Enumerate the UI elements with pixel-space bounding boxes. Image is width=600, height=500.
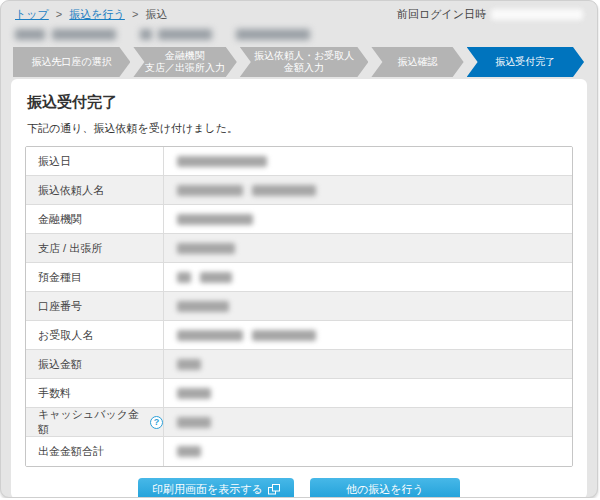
row-value-cell — [164, 437, 572, 466]
redacted-value — [177, 388, 211, 399]
table-row: 振込依頼人名 — [26, 176, 572, 205]
step-2: 金融機関支店／出張所入力 — [133, 47, 236, 77]
row-label: 手数料 — [38, 386, 71, 401]
redacted-value — [177, 446, 201, 457]
step-label: 振込受付完了 — [495, 56, 555, 68]
row-label-cell: キャッシュバック金額? — [26, 408, 164, 436]
print-view-button[interactable]: 印刷用画面を表示する — [138, 478, 294, 498]
table-row: 振込金額 — [26, 350, 572, 379]
redacted-value — [200, 272, 232, 283]
breadcrumb-link-top[interactable]: トップ — [15, 8, 49, 20]
row-label-cell: 振込金額 — [26, 350, 164, 378]
redacted-value — [177, 301, 229, 312]
row-label: お受取人名 — [38, 328, 93, 343]
redacted-value — [177, 214, 253, 225]
redacted-text — [158, 29, 212, 40]
row-label-cell: 預金種目 — [26, 263, 164, 291]
step-label: 振込確認 — [398, 56, 438, 68]
redacted-value — [177, 185, 243, 196]
redacted-value — [252, 185, 316, 196]
step-1: 振込先口座の選択 — [13, 47, 130, 77]
row-value-cell — [164, 205, 572, 233]
page-title: 振込受付完了 — [27, 93, 573, 112]
new-window-icon — [268, 484, 280, 495]
help-icon[interactable]: ? — [150, 416, 163, 429]
step-3: 振込依頼人・お受取人金額入力 — [240, 47, 369, 77]
last-login: 前回ログイン日時 — [397, 7, 583, 22]
table-row: 出金金額合計 — [26, 437, 572, 466]
row-label: 支店 / 出張所 — [38, 241, 102, 256]
row-label: 振込金額 — [38, 357, 82, 372]
row-label-cell: 出金金額合計 — [26, 437, 164, 466]
print-view-button-label: 印刷用画面を表示する — [152, 482, 263, 497]
last-login-label: 前回ログイン日時 — [397, 7, 486, 22]
redacted-text — [15, 29, 45, 40]
step-label: 金額入力 — [284, 62, 324, 74]
row-label-cell: 金融機関 — [26, 205, 164, 233]
row-label-cell: 振込依頼人名 — [26, 176, 164, 204]
row-label: 金融機関 — [38, 212, 82, 227]
breadcrumb-separator: > — [56, 8, 62, 20]
row-label: 出金金額合計 — [38, 444, 104, 459]
row-value-cell — [164, 147, 572, 175]
content-card: 振込受付完了 下記の通り、振込依頼を受け付けました。 振込日振込依頼人名金融機関… — [11, 79, 587, 498]
breadcrumb: トップ > 振込を行う > 振込 — [15, 7, 167, 22]
redacted-text — [52, 29, 116, 40]
table-row: 預金種目 — [26, 263, 572, 292]
redacted-value — [177, 359, 201, 370]
row-label: キャッシュバック金額 — [38, 407, 145, 437]
row-value-cell — [164, 263, 572, 291]
row-label-cell: 口座番号 — [26, 292, 164, 320]
row-label-cell: 支店 / 出張所 — [26, 234, 164, 262]
result-message: 下記の通り、振込依頼を受け付けました。 — [27, 121, 573, 136]
redacted-value — [177, 156, 267, 167]
table-row: 振込日 — [26, 147, 572, 176]
step-indicator: 振込先口座の選択金融機関支店／出張所入力振込依頼人・お受取人金額入力振込確認振込… — [13, 47, 587, 77]
redacted-text — [236, 29, 310, 40]
table-row: 口座番号 — [26, 292, 572, 321]
row-value-cell — [164, 408, 572, 436]
redacted-value — [177, 272, 191, 283]
redacted-value — [177, 417, 211, 428]
last-login-value-redacted — [491, 9, 583, 20]
table-row: 支店 / 出張所 — [26, 234, 572, 263]
breadcrumb-separator: > — [132, 8, 138, 20]
row-label: 振込日 — [38, 154, 71, 169]
row-value-cell — [164, 292, 572, 320]
step-label: 振込先口座の選択 — [32, 56, 112, 68]
row-label: 振込依頼人名 — [38, 183, 104, 198]
row-value-cell — [164, 379, 572, 407]
action-buttons: 印刷用画面を表示する 他の振込を行う — [25, 478, 573, 498]
row-label-cell: 振込日 — [26, 147, 164, 175]
row-label-cell: お受取人名 — [26, 321, 164, 349]
step-label: 支店／出張所入力 — [145, 62, 225, 74]
row-label: 口座番号 — [38, 299, 82, 314]
table-row: お受取人名 — [26, 321, 572, 350]
row-value-cell — [164, 176, 572, 204]
table-row: キャッシュバック金額? — [26, 408, 572, 437]
breadcrumb-current: 振込 — [145, 8, 167, 20]
redacted-value — [252, 330, 316, 341]
row-value-cell — [164, 234, 572, 262]
table-row: 金融機関 — [26, 205, 572, 234]
step-5: 振込受付完了 — [467, 47, 584, 77]
row-label-cell: 手数料 — [26, 379, 164, 407]
step-4: 振込確認 — [371, 47, 463, 77]
redacted-text — [140, 29, 152, 40]
breadcrumb-link-do-transfer[interactable]: 振込を行う — [69, 8, 125, 20]
row-value-cell — [164, 321, 572, 349]
redacted-value — [177, 330, 243, 341]
account-info-redacted — [1, 23, 597, 44]
top-bar: トップ > 振込を行う > 振込 前回ログイン日時 — [1, 1, 597, 23]
step-label: 振込依頼人・お受取人 — [254, 50, 354, 62]
row-label: 預金種目 — [38, 270, 82, 285]
row-value-cell — [164, 350, 572, 378]
step-label: 金融機関 — [165, 50, 205, 62]
transfer-details-table: 振込日振込依頼人名金融機関支店 / 出張所預金種目口座番号お受取人名振込金額手数… — [25, 146, 573, 467]
another-transfer-button[interactable]: 他の振込を行う — [310, 478, 460, 498]
redacted-value — [177, 243, 235, 254]
another-transfer-button-label: 他の振込を行う — [346, 482, 424, 497]
table-row: 手数料 — [26, 379, 572, 408]
page-frame: トップ > 振込を行う > 振込 前回ログイン日時 振込先口座の選択金融機関支店… — [0, 0, 598, 498]
